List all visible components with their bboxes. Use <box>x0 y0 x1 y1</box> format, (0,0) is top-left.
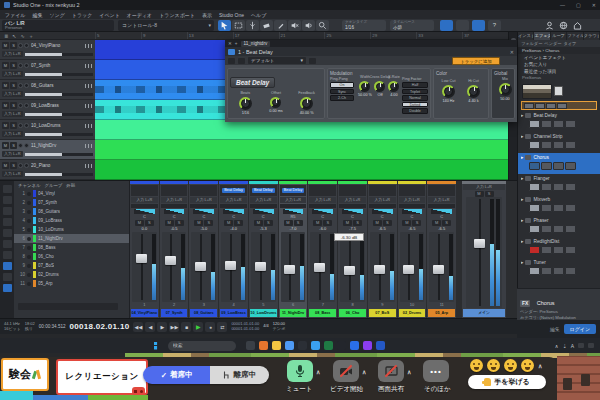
ping-factor-option[interactable]: Double <box>402 108 428 114</box>
record-arm-icon[interactable] <box>18 63 23 68</box>
sends-slot[interactable] <box>309 204 336 208</box>
track-volume-slider[interactable] <box>25 173 93 176</box>
menu-item[interactable]: ソング <box>49 12 64 18</box>
fader-cap[interactable] <box>136 254 147 263</box>
channel-mute-dot[interactable] <box>27 273 31 277</box>
surprised-face-icon[interactable] <box>470 359 483 372</box>
low-cut-knob[interactable] <box>442 85 455 98</box>
close-button[interactable]: ✕ <box>592 2 596 8</box>
taskbar-app-icon[interactable] <box>363 341 372 350</box>
help-button[interactable]: ? <box>488 20 501 31</box>
record-arm-icon[interactable] <box>18 103 23 108</box>
hi-cut-knob[interactable] <box>467 85 480 98</box>
channel-mute-dot[interactable] <box>27 246 31 250</box>
strip-name-label[interactable]: 06_Cho <box>339 309 366 317</box>
track-solo-button[interactable]: S <box>10 162 17 169</box>
insert-plugin-badge[interactable]: Beat Delay <box>222 188 245 194</box>
channel-list-row[interactable]: 3 08_Guitars <box>14 207 129 216</box>
pingpong-button[interactable]: On <box>330 82 354 88</box>
track-mute-button[interactable]: M <box>2 122 9 129</box>
macro-toggle-button[interactable] <box>440 20 453 31</box>
track-mute-button[interactable]: M <box>2 142 9 149</box>
sends-slot[interactable] <box>428 204 455 208</box>
autoscroll-toggle-button[interactable] <box>472 20 485 31</box>
reactions-chevron[interactable]: ∧ <box>538 362 542 369</box>
strip-mute-button[interactable]: M <box>402 220 411 226</box>
monitor-icon[interactable] <box>24 83 29 88</box>
sends-slot[interactable] <box>161 204 188 208</box>
track-header[interactable]: M S 10_LowDrums 入力 L+R <box>0 120 95 140</box>
track-volume-slider[interactable] <box>25 93 93 96</box>
insert-slot[interactable]: Beat Delay <box>220 185 247 196</box>
audio-clip[interactable] <box>95 160 508 180</box>
user-account-icon[interactable] <box>543 20 556 31</box>
track-header[interactable]: M S 11_NightDrv 入力 L+R <box>0 140 95 160</box>
strip-solo-button[interactable]: S <box>412 220 421 226</box>
monitor-icon[interactable] <box>24 163 29 168</box>
channel-mute-dot[interactable] <box>27 201 31 205</box>
paint-tool-button[interactable] <box>274 20 287 31</box>
channel-list-tab[interactable]: チャンネル <box>18 183 40 188</box>
loop-button[interactable]: ⇄ <box>217 322 227 332</box>
channel-strip[interactable]: 入力 L+R C M S -0.5 2 07_Synth <box>160 181 189 318</box>
console-icon[interactable] <box>3 185 12 193</box>
track-input-label[interactable]: 入力 L+R <box>2 71 23 77</box>
ping-factor-option[interactable]: Normal <box>402 95 428 101</box>
raise-hand-button[interactable]: 手を挙げる <box>468 375 546 389</box>
track-header[interactable]: M S 09_LowBrass 入力 L+R <box>0 100 95 120</box>
fader-cap[interactable] <box>284 265 295 274</box>
zoom-tool-button[interactable] <box>316 20 329 31</box>
channel-mute-dot[interactable] <box>27 192 31 196</box>
strip-solo-button[interactable]: S <box>204 220 213 226</box>
track-volume-slider[interactable] <box>25 53 93 56</box>
share-options-chevron[interactable]: ∧ <box>407 368 411 375</box>
width-knob[interactable] <box>359 81 370 92</box>
insert-plugin-badge[interactable]: Beat Delay <box>282 188 305 194</box>
track-mute-button[interactable]: M <box>2 42 9 49</box>
channel-list-row[interactable]: 2 07_Synth <box>14 198 129 207</box>
taskbar-app-icon[interactable] <box>285 341 294 350</box>
offset-knob[interactable] <box>270 97 281 108</box>
master-fader[interactable] <box>466 197 502 308</box>
login-button[interactable]: ログイン <box>564 324 596 334</box>
strip-mute-button[interactable]: M <box>224 220 233 226</box>
channel-strip[interactable]: 入力 L+R C M S -6.5 9 07_BoS <box>368 181 397 318</box>
volume-icon[interactable] <box>588 343 594 348</box>
channel-strip[interactable]: 入力 L+R C M S -6.0 7 08_Bass <box>308 181 337 318</box>
track-volume-slider[interactable] <box>25 153 93 156</box>
browser-tab[interactable]: ループ <box>551 32 567 40</box>
strip-name-label[interactable]: 04_VinylPiano <box>131 309 158 317</box>
mute-options-chevron[interactable]: ∧ <box>316 368 320 375</box>
edit-label[interactable]: 編集 <box>550 326 560 332</box>
plugin-bypass-icon[interactable] <box>228 58 235 64</box>
taskbar-app-icon[interactable] <box>272 341 281 350</box>
control-dropdown[interactable]: コントロール-8 ▾ <box>118 20 214 31</box>
console-icon[interactable] <box>3 273 12 281</box>
range-tool-button[interactable] <box>232 20 245 31</box>
strip-mute-button[interactable]: M <box>254 220 263 226</box>
track-mute-button[interactable]: M <box>2 102 9 109</box>
strip-input-label[interactable]: 入力 L+R <box>428 197 455 203</box>
maximize-button[interactable]: ▢ <box>576 2 581 8</box>
strip-input-label[interactable]: 入力 L+R <box>339 197 366 203</box>
console-icon[interactable] <box>3 240 12 248</box>
strip-name-label[interactable]: 02_Drums <box>399 309 426 317</box>
device-display[interactable]: パン L/R Presonus <box>2 20 114 31</box>
console-icon[interactable] <box>3 229 12 237</box>
taskbar-search-input[interactable] <box>168 341 236 351</box>
strip-solo-button[interactable]: S <box>442 220 451 226</box>
track-header[interactable]: M S 08_Guitars 入力 L+R <box>0 80 95 100</box>
plugin-window[interactable]: ✕ + 11_nightdrv 1 - Beat Delay ✕ デフォルト ▾… <box>225 40 517 122</box>
sends-slot[interactable] <box>399 204 426 208</box>
menu-item[interactable]: イベント <box>99 12 119 18</box>
record-button[interactable]: ● <box>205 322 215 332</box>
insert-plugin-badge[interactable]: Beat Delay <box>252 188 275 194</box>
home-icon[interactable] <box>571 20 584 31</box>
record-arm-icon[interactable] <box>18 143 23 148</box>
fader[interactable] <box>400 232 425 302</box>
fader[interactable] <box>340 232 365 302</box>
featured-plugin-row[interactable] <box>522 82 596 100</box>
tray-chevron-icon[interactable]: ∧ <box>555 343 559 349</box>
channel-list-row[interactable]: 5 10_LoDrums <box>14 225 129 234</box>
strip-name-label[interactable]: 07_Synth <box>161 309 188 317</box>
